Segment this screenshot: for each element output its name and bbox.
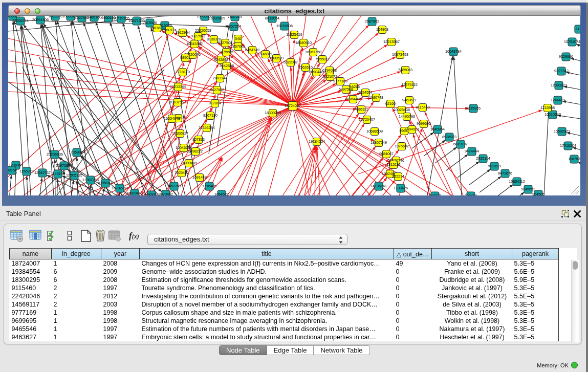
svg-text:12093873: 12093873: [551, 83, 567, 87]
svg-text:9327508: 9327508: [218, 40, 232, 45]
svg-text:10025438: 10025438: [394, 107, 410, 112]
svg-text:12213967: 12213967: [383, 39, 400, 44]
svg-text:12942737: 12942737: [34, 170, 51, 175]
svg-text:11353594: 11353594: [199, 125, 214, 130]
svg-text:1815112: 1815112: [386, 162, 400, 167]
svg-text:9327503: 9327503: [191, 34, 205, 38]
svg-text:15751074: 15751074: [564, 39, 580, 44]
svg-text:7632621: 7632621: [487, 164, 502, 168]
svg-text:14099489: 14099489: [181, 161, 197, 165]
svg-text:7857224: 7857224: [228, 16, 242, 19]
svg-text:8813054: 8813054: [265, 16, 279, 20]
svg-text:1065326: 1065326: [48, 16, 62, 18]
svg-text:944233: 944233: [429, 193, 441, 195]
svg-text:16210643: 16210643: [545, 112, 561, 117]
svg-text:6497508: 6497508: [339, 87, 353, 92]
svg-text:15692971: 15692971: [554, 129, 570, 134]
svg-text:7625402: 7625402: [175, 170, 189, 175]
svg-text:1215958: 1215958: [540, 105, 555, 110]
svg-text:12213369: 12213369: [170, 84, 186, 89]
svg-text:9777169: 9777169: [333, 79, 347, 83]
svg-text:3875685: 3875685: [219, 50, 233, 54]
svg-text:9474444: 9474444: [465, 149, 479, 154]
svg-text:18807249: 18807249: [371, 140, 387, 145]
svg-text:39154: 39154: [8, 168, 17, 172]
svg-text:8471676: 8471676: [498, 171, 512, 176]
svg-text:7485063: 7485063: [398, 68, 412, 72]
svg-text:8215955: 8215955: [466, 106, 481, 111]
svg-text:7986322: 7986322: [354, 107, 368, 112]
svg-text:9227342: 9227342: [554, 69, 569, 73]
svg-text:8990448: 8990448: [309, 70, 323, 74]
svg-text:1621072: 1621072: [323, 74, 337, 79]
svg-text:154808: 154808: [376, 27, 388, 32]
svg-text:1975692: 1975692: [395, 144, 409, 148]
svg-text:16033809: 16033809: [209, 16, 225, 20]
svg-text:252214: 252214: [392, 174, 404, 179]
svg-text:15720407: 15720407: [359, 117, 375, 122]
svg-text:10958107: 10958107: [97, 181, 114, 185]
svg-text:98901: 98901: [180, 55, 190, 60]
svg-text:1588520: 1588520: [269, 56, 284, 60]
svg-text:9242848: 9242848: [214, 57, 228, 62]
svg-text:1691448: 1691448: [192, 175, 207, 180]
svg-text:9463627: 9463627: [402, 98, 417, 102]
svg-text:924505: 924505: [532, 192, 545, 195]
svg-text:18300295: 18300295: [265, 111, 281, 115]
svg-text:546: 546: [235, 36, 241, 41]
svg-text:10654112: 10654112: [509, 179, 525, 184]
svg-text:6879197: 6879197: [453, 142, 468, 146]
svg-text:10973493: 10973493: [392, 52, 408, 57]
svg-text:19166827: 19166827: [172, 131, 188, 136]
svg-text:7955812: 7955812: [315, 57, 330, 61]
svg-text:7857224: 7857224: [227, 24, 241, 29]
svg-text:10688609: 10688609: [366, 129, 383, 134]
svg-text:8454749: 8454749: [245, 48, 259, 52]
svg-text:1145193: 1145193: [51, 171, 64, 176]
svg-text:16961758: 16961758: [305, 50, 321, 54]
svg-text:3498222: 3498222: [188, 149, 203, 154]
svg-text:8267130: 8267130: [203, 113, 217, 118]
svg-text:8427552: 8427552: [210, 87, 224, 92]
svg-text:1080748: 1080748: [369, 95, 383, 100]
svg-text:20364486: 20364486: [345, 97, 361, 101]
svg-text:10719155: 10719155: [113, 16, 129, 20]
svg-text:14136141: 14136141: [371, 184, 387, 188]
svg-text:62160: 62160: [385, 101, 396, 106]
svg-text:10107553: 10107553: [169, 100, 186, 104]
svg-text:11175: 11175: [574, 27, 580, 31]
svg-text:2935114: 2935114: [476, 156, 490, 161]
svg-text:9457791: 9457791: [167, 184, 181, 188]
svg-text:9329966: 9329966: [559, 54, 573, 59]
svg-text:1156829: 1156829: [19, 169, 33, 173]
svg-text:8960124: 8960124: [162, 28, 177, 32]
svg-text:857833: 857833: [192, 137, 205, 142]
svg-text:16648784: 16648784: [445, 49, 462, 54]
svg-text:19218506: 19218506: [276, 24, 293, 28]
svg-text:17359924: 17359924: [69, 150, 85, 155]
svg-text:6466160: 6466160: [87, 16, 101, 19]
svg-text:1064522: 1064522: [214, 192, 229, 195]
svg-text:9115460: 9115460: [416, 105, 429, 110]
svg-text:2718170: 2718170: [176, 70, 190, 74]
svg-text:9084067: 9084067: [379, 151, 394, 156]
svg-text:8938923: 8938923: [442, 135, 456, 139]
svg-text:6794028: 6794028: [322, 68, 337, 73]
svg-text:23975887: 23975887: [56, 163, 72, 168]
svg-text:2087682: 2087682: [365, 19, 379, 24]
svg-text:17957255: 17957255: [82, 178, 99, 182]
svg-text:2867608: 2867608: [231, 44, 245, 49]
svg-text:5322037: 5322037: [284, 60, 298, 64]
svg-text:1244419: 1244419: [551, 98, 565, 102]
svg-text:9245051: 9245051: [144, 192, 159, 195]
svg-text:12505135: 12505135: [66, 173, 82, 178]
svg-text:116753: 116753: [568, 157, 580, 161]
svg-text:20206536: 20206536: [47, 152, 63, 157]
svg-text:1494923: 1494923: [405, 127, 419, 132]
svg-text:16782759: 16782759: [112, 186, 128, 190]
svg-text:8912954: 8912954: [176, 30, 190, 35]
svg-text:20691406: 20691406: [32, 17, 49, 22]
svg-text:16543382: 16543382: [186, 41, 203, 46]
svg-text:24055714: 24055714: [12, 18, 29, 23]
svg-text:16654945: 16654945: [164, 116, 180, 121]
